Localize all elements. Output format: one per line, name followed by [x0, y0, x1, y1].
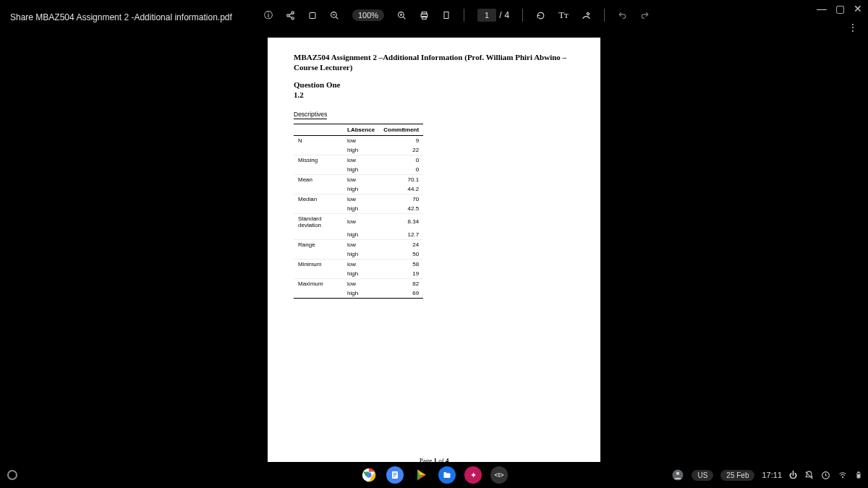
cell-value: 42.5 [379, 204, 423, 214]
pdf-page: MBAZ504 Assignment 2 –Additional Informa… [268, 38, 600, 462]
tray-clock-icon[interactable] [821, 471, 830, 480]
svg-point-1 [287, 14, 289, 16]
shelf-apps: ✦ <t> [360, 466, 508, 484]
cell-stat: Minimum [294, 259, 343, 269]
cell-level: low [343, 135, 379, 145]
svg-rect-14 [393, 474, 397, 475]
text-icon[interactable]: Tт [558, 9, 569, 21]
cell-level: high [343, 184, 379, 194]
toolbar-separator [522, 9, 523, 22]
cell-value: 69 [379, 288, 423, 299]
cell-value: 82 [379, 278, 423, 288]
page-current-input[interactable] [477, 9, 496, 22]
cell-stat [294, 165, 343, 175]
table-row: high50 [294, 249, 423, 260]
table-row: Meanlow70.1 [294, 174, 423, 184]
share-icon[interactable] [286, 11, 295, 20]
cell-stat: Standard deviation [294, 213, 343, 230]
question-one-heading: Question One [294, 80, 574, 89]
doc-title: MBAZ504 Assignment 2 –Additional Informa… [294, 52, 574, 73]
cell-stat [294, 145, 343, 155]
svg-rect-22 [858, 474, 860, 477]
play-icon[interactable] [412, 466, 430, 484]
cell-value: 12.7 [379, 230, 423, 240]
svg-rect-15 [393, 476, 396, 476]
cell-level: high [343, 269, 379, 279]
table-row: high12.7 [294, 230, 423, 240]
table-row: Missinglow0 [294, 155, 423, 165]
app-pink-icon[interactable]: ✦ [464, 466, 482, 484]
cell-value: 22 [379, 145, 423, 155]
pdf-viewport: MBAZ504 Assignment 2 –Additional Informa… [0, 35, 868, 462]
tray-wifi-icon[interactable] [838, 471, 848, 479]
tray-battery-icon[interactable] [855, 470, 862, 480]
svg-rect-3 [310, 12, 315, 18]
close-icon[interactable]: ✕ [854, 3, 862, 14]
draw-icon[interactable] [582, 11, 591, 20]
bookmark-icon[interactable] [308, 11, 317, 20]
tray-power-icon[interactable]: ⏻ [789, 471, 797, 479]
redo-icon[interactable] [640, 11, 650, 20]
cell-level: high [343, 230, 379, 240]
cell-stat: N [294, 135, 343, 145]
docs-icon[interactable] [386, 466, 404, 484]
zoom-level[interactable]: 100% [352, 9, 384, 21]
table-row: high0 [294, 165, 423, 175]
cell-stat [294, 249, 343, 260]
cell-level: high [343, 145, 379, 155]
col-header-blank [294, 124, 343, 135]
table-row: high42.5 [294, 204, 423, 214]
info-icon[interactable]: ⓘ [264, 9, 273, 22]
question-1-2: 1.2 [294, 90, 574, 99]
svg-rect-13 [393, 473, 397, 474]
cell-stat: Mean [294, 174, 343, 184]
undo-icon[interactable] [618, 11, 627, 20]
page-slash: / [499, 10, 501, 20]
launcher-icon[interactable] [7, 470, 17, 480]
toolbar-separator [604, 9, 605, 22]
table-row: Minimumlow58 [294, 259, 423, 269]
page-footer: Page 1 of 4 [268, 457, 600, 462]
cell-stat: Missing [294, 155, 343, 165]
zoom-out-icon[interactable] [330, 11, 339, 20]
cell-level: low [343, 259, 379, 269]
file-title: Share MBAZ504 Assignment 2 -Additional i… [10, 12, 232, 22]
cell-level: low [343, 194, 379, 204]
cell-stat: Median [294, 194, 343, 204]
cell-stat [294, 184, 343, 194]
col-header-labsence: LAbsence [343, 124, 379, 135]
maximize-icon[interactable]: ▢ [835, 3, 845, 14]
tray-time[interactable]: 17:11 [762, 471, 782, 479]
table-row: Nlow9 [294, 135, 423, 145]
cell-level: low [343, 239, 379, 249]
app-code-icon[interactable]: <t> [490, 466, 508, 484]
svg-rect-9 [444, 12, 448, 19]
table-row: Standard deviationlow8.34 [294, 213, 423, 230]
chrome-icon[interactable] [360, 466, 378, 484]
zoom-in-icon[interactable] [397, 11, 407, 20]
cell-value: 19 [379, 269, 423, 279]
cell-level: high [343, 249, 379, 260]
cell-stat: Range [294, 239, 343, 249]
print-icon[interactable] [420, 11, 429, 20]
svg-point-0 [292, 12, 294, 14]
cell-stat [294, 204, 343, 214]
tray-avatar-icon[interactable] [671, 468, 684, 481]
descriptives-label: Descriptives [294, 111, 327, 119]
rotate-icon[interactable] [536, 11, 545, 20]
table-row: high44.2 [294, 184, 423, 194]
table-row: Maximumlow82 [294, 278, 423, 288]
minimize-icon[interactable]: — [817, 3, 827, 14]
tray-lang[interactable]: US [692, 470, 713, 481]
fit-page-icon[interactable] [442, 10, 451, 20]
table-row: Medianlow70 [294, 194, 423, 204]
table-row: Rangelow24 [294, 239, 423, 249]
tray-notif-icon[interactable] [804, 471, 814, 480]
files-icon[interactable] [438, 466, 456, 484]
tray-date[interactable]: 25 Feb [720, 470, 754, 481]
cell-level: high [343, 288, 379, 299]
col-header-commitment: Commitment [379, 124, 423, 135]
more-menu-icon[interactable]: ⋮ [848, 22, 858, 33]
cell-value: 9 [379, 135, 423, 145]
table-row: high22 [294, 145, 423, 155]
